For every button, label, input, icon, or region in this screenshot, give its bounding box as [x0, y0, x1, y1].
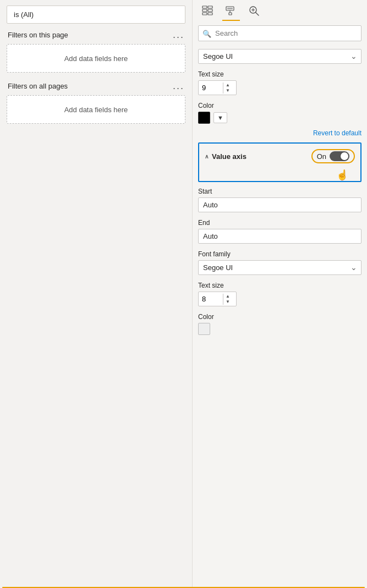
search-container: 🔍	[198, 25, 361, 41]
text-size-bottom-input-wrapper: ▲ ▼	[198, 292, 237, 306]
color-bottom-row: Color	[193, 310, 367, 338]
font-family-bottom-select[interactable]: Segoe UI	[198, 260, 361, 275]
filters-this-page-header: Filters on this page ...	[7, 29, 185, 41]
text-size-bottom-label: Text size	[198, 282, 361, 289]
text-size-top-up[interactable]: ▲	[223, 83, 232, 88]
start-input[interactable]	[198, 197, 361, 212]
value-axis-chevron: ∧	[205, 153, 209, 160]
revert-link[interactable]: Revert to default	[193, 127, 367, 140]
font-family-bottom-label: Font family	[198, 250, 361, 258]
text-size-top-down[interactable]: ▼	[223, 88, 232, 94]
font-family-bottom-select-wrapper: Segoe UI	[198, 260, 361, 275]
start-label: Start	[198, 188, 361, 195]
color-top-label: Color	[198, 102, 361, 109]
color-top-dropdown[interactable]: ▼	[213, 112, 227, 123]
text-size-top-label: Text size	[198, 70, 361, 78]
toggle-label: On	[317, 152, 326, 161]
toggle-thumb	[341, 152, 348, 160]
toolbar-icon-grid[interactable]	[199, 3, 217, 21]
top-filter-value: is (All)	[7, 6, 185, 24]
text-size-bottom-up[interactable]: ▲	[223, 294, 232, 299]
toolbar-icon-paint[interactable]	[222, 3, 240, 21]
add-data-all-pages[interactable]: Add data fields here	[7, 95, 185, 124]
font-family-top-select[interactable]: Segoe UI	[198, 49, 361, 64]
right-panel-scroll[interactable]: 🔍 Segoe UI Text size ▲ ▼ Colo	[193, 21, 367, 588]
value-axis-section: ∧ Value axis On ☝	[198, 142, 361, 182]
svg-rect-1	[208, 6, 212, 8]
left-panel: is (All) Filters on this page ... Add da…	[0, 0, 193, 588]
start-row: Start	[193, 184, 367, 216]
toggle-track[interactable]	[330, 151, 349, 161]
svg-rect-2	[202, 9, 207, 12]
filters-this-page-label: Filters on this page	[8, 31, 68, 39]
svg-rect-0	[202, 6, 207, 8]
color-top-row: Color ▼	[193, 98, 367, 127]
text-size-bottom-spinner: ▲ ▼	[223, 294, 232, 305]
search-icon: 🔍	[202, 29, 211, 37]
color-bottom-swatch[interactable]	[198, 323, 210, 335]
svg-line-11	[256, 13, 259, 16]
toolbar-icon-search-filter[interactable]	[245, 3, 263, 21]
text-size-top-input-wrapper: ▲ ▼	[198, 80, 237, 95]
svg-rect-5	[208, 13, 212, 15]
color-bottom-controls	[198, 323, 361, 335]
end-input[interactable]	[198, 229, 361, 244]
value-axis-label: Value axis	[212, 152, 247, 161]
add-data-this-page[interactable]: Add data fields here	[7, 44, 185, 73]
svg-rect-7	[227, 8, 233, 9]
toolbar	[193, 0, 367, 21]
color-top-swatch[interactable]	[198, 112, 210, 124]
color-top-controls: ▼	[198, 112, 361, 124]
search-input[interactable]	[198, 25, 361, 41]
value-axis-toggle[interactable]: On	[311, 149, 355, 163]
cursor-hand-icon: ☝	[336, 169, 348, 181]
svg-rect-4	[202, 13, 207, 15]
svg-rect-9	[229, 13, 232, 15]
text-size-bottom-down[interactable]: ▼	[223, 299, 232, 305]
value-axis-left: ∧ Value axis	[205, 152, 247, 161]
font-family-bottom-row: Font family Segoe UI	[193, 247, 367, 278]
filters-all-pages-menu[interactable]: ...	[173, 80, 184, 92]
text-size-top-row: Text size ▲ ▼	[193, 67, 367, 98]
font-family-top-row: Segoe UI	[193, 46, 367, 67]
right-panel: 🔍 Segoe UI Text size ▲ ▼ Colo	[193, 0, 367, 588]
filters-all-pages-label: Filters on all pages	[8, 82, 68, 90]
color-bottom-label: Color	[198, 313, 361, 321]
svg-rect-3	[208, 9, 212, 12]
end-label: End	[198, 219, 361, 227]
cursor-area: ☝	[199, 169, 360, 181]
text-size-top-input[interactable]	[199, 81, 223, 95]
text-size-bottom-row: Text size ▲ ▼	[193, 278, 367, 310]
value-axis-header: ∧ Value axis On	[199, 144, 360, 169]
text-size-bottom-input[interactable]	[199, 292, 223, 306]
filters-this-page-menu[interactable]: ...	[173, 29, 184, 41]
end-row: End	[193, 216, 367, 247]
font-family-top-select-wrapper: Segoe UI	[198, 49, 361, 64]
filters-all-pages-header: Filters on all pages ...	[7, 80, 185, 92]
text-size-top-spinner: ▲ ▼	[223, 83, 232, 94]
